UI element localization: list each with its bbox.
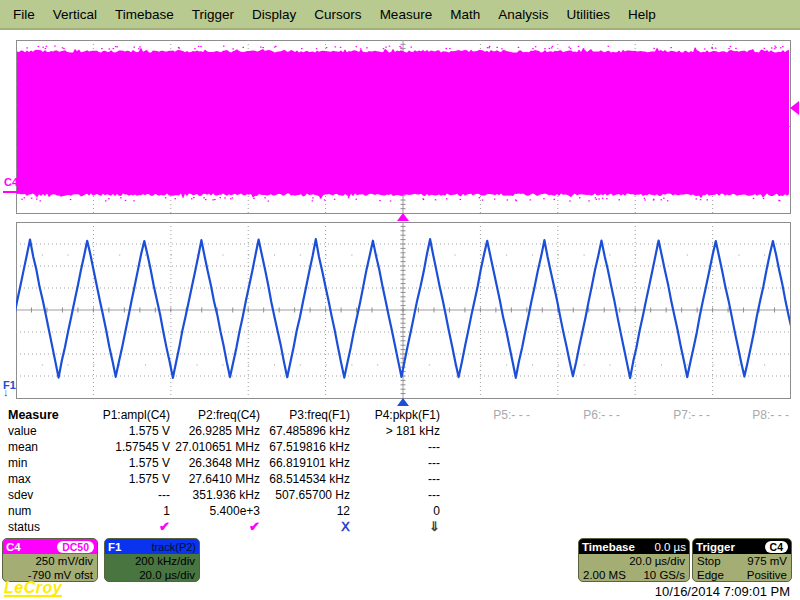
cell-sdev-p5 (443, 487, 533, 503)
param-header-p1[interactable]: P1:ampl(C4) (83, 407, 173, 423)
f1-source-label: track(P2) (151, 540, 196, 554)
param-header-p7[interactable]: P7:- - - (623, 407, 713, 423)
f1-units-per-div: 200 kHz/div (105, 554, 199, 568)
cell-status-p8 (713, 519, 792, 535)
cell-num-p2: 5.400e+3 (173, 503, 263, 519)
cell-status-p2: ✔ (173, 519, 263, 535)
trigger-box-title: Trigger (696, 540, 735, 554)
cell-max-p5 (443, 471, 533, 487)
cell-max-p3: 68.514534 kHz (263, 471, 353, 487)
menu-timebase[interactable]: Timebase (106, 7, 183, 22)
param-header-p8[interactable]: P8:- - - (713, 407, 792, 423)
c4-coupling-badge: DC50 (57, 541, 94, 553)
cell-value-p4: > 181 kHz (353, 423, 443, 439)
c4-ground-marker[interactable] (3, 191, 17, 193)
stat-label-mean: mean (8, 439, 83, 455)
trigger-slope: Positive (747, 568, 787, 582)
cell-min-p7 (623, 455, 713, 471)
cell-max-p4: --- (353, 471, 443, 487)
menu-help[interactable]: Help (619, 7, 665, 22)
cell-mean-p2: 27.010651 MHz (173, 439, 263, 455)
cell-sdev-p4: --- (353, 487, 443, 503)
param-header-p2[interactable]: P2:freq(C4) (173, 407, 263, 423)
f1-time-per-div: 20.0 µs/div (105, 568, 199, 582)
cell-mean-p3: 67.519816 kHz (263, 439, 353, 455)
c4-info-box[interactable]: C4 DC50 250 mV/div -790 mV ofst (2, 538, 98, 582)
cell-mean-p5 (443, 439, 533, 455)
cell-min-p6 (533, 455, 623, 471)
measure-table: MeasureP1:ampl(C4)P2:freq(C4)P3:freq(F1)… (8, 407, 792, 535)
cell-value-p5 (443, 423, 533, 439)
cell-num-p6 (533, 503, 623, 519)
trigger-info-box[interactable]: Trigger C4 Stop 975 mV Edge Positive (692, 538, 792, 582)
cell-status-p4: ⇓ (353, 519, 443, 535)
cell-value-p8 (713, 423, 792, 439)
lecroy-logo: LeCroy (4, 580, 62, 597)
cell-status-p3: Ⅹ (263, 519, 353, 535)
trigger-type: Edge (697, 568, 724, 582)
timebase-per-div: 20.0 µs/div (579, 554, 689, 568)
menu-file[interactable]: File (4, 7, 44, 22)
timebase-info-box[interactable]: Timebase 0.0 µs 20.0 µs/div 2.00 MS 10 G… (578, 538, 690, 582)
cell-num-p3: 12 (263, 503, 353, 519)
cell-num-p1: 1 (83, 503, 173, 519)
f1-time-marker[interactable] (397, 398, 409, 406)
cell-num-p4: 0 (353, 503, 443, 519)
cell-status-p6 (533, 519, 623, 535)
param-header-p5[interactable]: P5:- - - (443, 407, 533, 423)
stat-label-value: value (8, 423, 83, 439)
param-header-p4[interactable]: P4:pkpk(F1) (353, 407, 443, 423)
timebase-samplerate: 10 GS/s (643, 568, 685, 582)
menu-measure[interactable]: Measure (371, 7, 442, 22)
cell-num-p7 (623, 503, 713, 519)
cell-mean-p7 (623, 439, 713, 455)
trigger-time-marker[interactable] (397, 213, 409, 221)
cell-max-p6 (533, 471, 623, 487)
menu-math[interactable]: Math (441, 7, 489, 22)
param-header-p6[interactable]: P6:- - - (533, 407, 623, 423)
timebase-samples: 2.00 MS (583, 568, 626, 582)
menu-trigger[interactable]: Trigger (183, 7, 243, 22)
menu-utilities[interactable]: Utilities (557, 7, 619, 22)
cell-sdev-p3: 507.65700 Hz (263, 487, 353, 503)
cell-mean-p4: --- (353, 439, 443, 455)
stat-label-min: min (8, 455, 83, 471)
menu-cursors[interactable]: Cursors (305, 7, 370, 22)
f1-info-box[interactable]: F1 track(P2) 200 kHz/div 20.0 µs/div (104, 538, 200, 582)
trigger-level: 975 mV (747, 554, 787, 568)
cell-min-p2: 26.3648 MHz (173, 455, 263, 471)
cell-value-p1: 1.575 V (83, 423, 173, 439)
status-icon-p3: Ⅹ (341, 519, 350, 534)
cell-max-p8 (713, 471, 792, 487)
f1-grid (16, 222, 791, 399)
cell-min-p3: 66.819101 kHz (263, 455, 353, 471)
status-icon-p1: ✔ (159, 519, 170, 534)
cell-value-p6 (533, 423, 623, 439)
f1-offset-arrow-icon: ↓ (3, 387, 9, 398)
cell-value-p7 (623, 423, 713, 439)
menu-analysis[interactable]: Analysis (489, 7, 557, 22)
trigger-source-badge: C4 (765, 541, 788, 553)
c4-trace-label[interactable]: C4 (4, 177, 18, 188)
cell-max-p2: 27.6410 MHz (173, 471, 263, 487)
param-header-p3[interactable]: P3:freq(F1) (263, 407, 353, 423)
cell-value-p2: 26.9285 MHz (173, 423, 263, 439)
cell-status-p5 (443, 519, 533, 535)
cell-min-p1: 1.575 V (83, 455, 173, 471)
cell-mean-p6 (533, 439, 623, 455)
measure-title: Measure (8, 407, 83, 423)
trigger-mode: Stop (697, 554, 721, 568)
menu-display[interactable]: Display (243, 7, 305, 22)
datetime-display: 10/16/2014 7:09:01 PM (655, 584, 790, 599)
c4-trigger-level-marker[interactable] (790, 101, 799, 115)
cell-sdev-p7 (623, 487, 713, 503)
c4-trace (17, 46, 789, 202)
stat-label-sdev: sdev (8, 487, 83, 503)
stat-label-max: max (8, 471, 83, 487)
cell-sdev-p8 (713, 487, 792, 503)
f1-box-title: F1 (108, 540, 121, 554)
timebase-box-title: Timebase (582, 540, 635, 554)
cell-max-p1: 1.575 V (83, 471, 173, 487)
c4-grid (16, 40, 791, 214)
menu-vertical[interactable]: Vertical (44, 7, 106, 22)
